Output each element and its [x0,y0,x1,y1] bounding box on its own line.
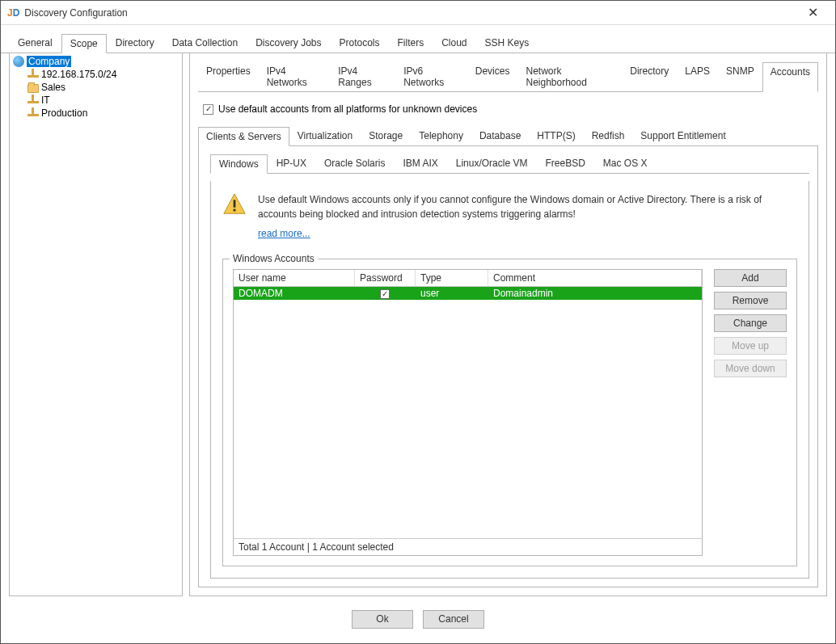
tree-item-sales[interactable]: Sales [26,81,180,94]
ctab-telephony[interactable]: Telephony [411,126,471,145]
right-panel: Properties IPv4 Networks IPv4 Ranges IPv… [189,53,827,596]
col-type[interactable]: Type [416,270,488,286]
stab-directory[interactable]: Directory [622,61,677,91]
tab-protocols[interactable]: Protocols [330,33,388,53]
read-more-link[interactable]: read more... [258,226,310,241]
ctab-storage[interactable]: Storage [361,126,411,145]
tab-filters[interactable]: Filters [389,33,433,53]
cell-user: DOMADM [234,288,355,299]
category-tabs: Clients & Servers Virtualization Storage… [198,126,818,146]
cell-comment: Domainadmin [488,288,702,299]
tree-root-company[interactable]: Company [11,55,180,68]
otab-macosx[interactable]: Mac OS X [594,154,657,173]
main-tabs: General Scope Directory Data Collection … [1,25,835,53]
stab-network-neighborhood[interactable]: Network Neighborhood [517,61,622,91]
ctab-support-entitlement[interactable]: Support Entitlement [632,126,733,145]
tab-discovery-jobs[interactable]: Discovery Jobs [247,33,330,53]
col-password[interactable]: Password [355,270,416,286]
stab-accounts[interactable]: Accounts [762,62,818,92]
otab-ibm-aix[interactable]: IBM AIX [394,154,446,173]
accounts-grid[interactable]: User name Password Type Comment DOMADM u… [233,269,703,556]
tree-label: Company [27,56,71,67]
tab-data-collection[interactable]: Data Collection [163,33,247,53]
tree-item-it[interactable]: IT [26,94,180,107]
stab-ipv6-networks[interactable]: IPv6 Networks [395,61,467,91]
cell-type: user [416,288,488,299]
ctab-database[interactable]: Database [471,126,529,145]
table-row[interactable]: DOMADM user Domainadmin [234,287,702,300]
tab-ssh-keys[interactable]: SSH Keys [476,33,538,53]
move-down-button: Move down [714,360,787,377]
titlebar: JD Discovery Configuration ✕ [1,1,835,25]
svg-rect-2 [234,209,236,212]
tab-directory[interactable]: Directory [107,33,163,53]
warning-text: Use default Windows accounts only if you… [258,194,762,220]
ok-button[interactable]: Ok [352,610,413,629]
grid-header: User name Password Type Comment [234,270,702,287]
otab-hpux[interactable]: HP-UX [268,154,315,173]
check-icon [380,289,390,299]
change-button[interactable]: Change [714,314,787,332]
ctab-clients-servers[interactable]: Clients & Servers [198,127,289,146]
ctab-https[interactable]: HTTP(S) [529,126,583,145]
tree-label: 192.168.175.0/24 [41,69,116,80]
tree-label: Production [41,107,87,119]
tab-scope[interactable]: Scope [61,34,107,53]
warning-icon [222,192,247,241]
stab-devices[interactable]: Devices [467,61,518,91]
grid-buttons: Add Remove Change Move up Move down [714,269,787,556]
default-accounts-label: Use default accounts from all platforms … [218,103,477,115]
os-tabs: Windows HP-UX Oracle Solaris IBM AIX Lin… [210,154,809,174]
windows-panel: Use default Windows accounts only if you… [210,181,809,579]
stab-laps[interactable]: LAPS [677,61,718,91]
fieldset-legend: Windows Accounts [230,253,318,264]
tree-label: IT [41,95,50,106]
tab-cloud[interactable]: Cloud [433,33,475,53]
svg-rect-1 [234,200,236,207]
ctab-virtualization[interactable]: Virtualization [289,126,361,145]
clients-servers-panel: Windows HP-UX Oracle Solaris IBM AIX Lin… [198,145,818,587]
otab-freebsd[interactable]: FreeBSD [536,154,593,173]
otab-oracle-solaris[interactable]: Oracle Solaris [315,154,394,173]
scope-tree[interactable]: Company 192.168.175.0/24 Sales IT Produc… [9,53,183,596]
dialog-footer: Ok Cancel [1,603,835,635]
tab-general[interactable]: General [9,33,61,53]
stab-snmp[interactable]: SNMP [718,61,762,91]
move-up-button: Move up [714,337,787,355]
app-logo: JD [7,7,19,19]
windows-accounts-fieldset: Windows Accounts User name Password Type… [222,259,797,566]
stab-ipv4-networks[interactable]: IPv4 Networks [259,61,331,91]
col-comment[interactable]: Comment [488,270,702,286]
tree-label: Sales [41,82,65,93]
stab-properties[interactable]: Properties [198,61,259,91]
network-icon [27,95,39,106]
folder-icon [27,84,39,93]
ctab-redfish[interactable]: Redfish [584,126,633,145]
window-title: Discovery Configuration [24,7,796,19]
network-icon [27,69,39,80]
tree-item-production[interactable]: Production [26,107,180,120]
default-accounts-checkbox[interactable] [203,104,213,115]
remove-button[interactable]: Remove [714,292,787,309]
stab-ipv4-ranges[interactable]: IPv4 Ranges [330,61,395,91]
tree-item-network[interactable]: 192.168.175.0/24 [26,68,180,81]
otab-windows[interactable]: Windows [210,154,268,174]
globe-icon [13,56,24,67]
cell-password [355,288,416,299]
grid-footer: Total 1 Account | 1 Account selected [234,538,702,555]
network-icon [27,107,39,119]
add-button[interactable]: Add [714,269,787,287]
close-icon[interactable]: ✕ [796,5,829,20]
cancel-button[interactable]: Cancel [423,610,484,629]
otab-linux-oracle-vm[interactable]: Linux/Oracle VM [447,154,537,173]
col-user[interactable]: User name [234,270,355,286]
sub-tabs: Properties IPv4 Networks IPv4 Ranges IPv… [198,61,818,92]
default-accounts-row: Use default accounts from all platforms … [198,100,818,126]
